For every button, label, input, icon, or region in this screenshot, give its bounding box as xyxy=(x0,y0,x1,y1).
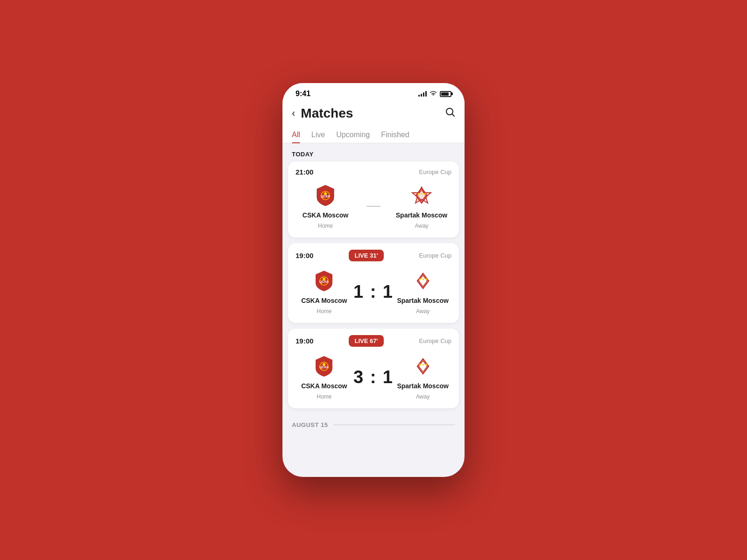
svg-text:ЦСКА: ЦСКА xyxy=(321,195,330,198)
away-type-2: Away xyxy=(416,308,430,315)
match-teams-3: ЦСКА CSKA Moscow Home 3 : 1 xyxy=(296,354,451,400)
away-type-3: Away xyxy=(416,393,430,400)
away-logo-1: ★★★ xyxy=(409,183,434,208)
match-card-1[interactable]: 21:00 Europe Cup xyxy=(288,161,459,238)
score-text-2: 1 : 1 xyxy=(353,282,394,302)
home-name-2: CSKA Moscow xyxy=(301,297,347,304)
score-area-1 xyxy=(357,206,390,207)
live-badge-2: LIVE 31' xyxy=(349,250,383,261)
tab-live[interactable]: Live xyxy=(311,127,325,143)
home-logo-3: ЦСКА xyxy=(312,354,336,378)
status-time: 9:41 xyxy=(296,90,310,98)
match-teams-1: ЦСКА CSKA Moscow Home xyxy=(296,183,451,229)
home-team-3: ЦСКА CSKA Moscow Home xyxy=(296,354,352,400)
svg-text:★★★: ★★★ xyxy=(417,192,427,196)
match-time-3: 19:00 xyxy=(296,337,313,345)
away-name-3: Spartak Moscow xyxy=(397,382,448,390)
svg-point-12 xyxy=(323,278,325,280)
content-area: TODAY 21:00 Europe Cup xyxy=(282,143,465,477)
match-competition-3: Europe Cup xyxy=(419,337,451,344)
away-name-1: Spartak Moscow xyxy=(396,211,447,219)
home-type-1: Home xyxy=(318,223,333,229)
svg-point-5 xyxy=(324,192,327,195)
tab-all[interactable]: All xyxy=(292,127,300,143)
phone-frame: 9:41 ‹ Matches xyxy=(282,83,465,477)
match-header-3: 19:00 LIVE 67' Europe Cup xyxy=(296,335,451,347)
away-team-3: ★★★ Spartak Moscow Away xyxy=(395,354,451,400)
svg-text:ЦСКА: ЦСКА xyxy=(320,280,329,284)
home-type-3: Home xyxy=(317,393,331,400)
match-teams-2: ЦСКА CSKA Moscow Home 1 : 1 xyxy=(296,269,451,315)
home-team-2: ЦСКА CSKA Moscow Home xyxy=(296,269,352,315)
score-area-3: 3 : 1 xyxy=(353,367,394,387)
away-team-2: ★★★ Spartak Moscow Away xyxy=(395,269,451,315)
match-time-1: 21:00 xyxy=(296,168,313,176)
svg-text:★★★: ★★★ xyxy=(418,277,428,281)
match-competition-1: Europe Cup xyxy=(419,168,451,175)
wifi-icon xyxy=(430,91,437,98)
match-competition-2: Europe Cup xyxy=(419,252,451,259)
page-header: ‹ Matches xyxy=(282,102,465,121)
section-august15: AUGUST 15 xyxy=(282,414,465,432)
svg-line-1 xyxy=(452,114,455,117)
svg-text:★★★: ★★★ xyxy=(418,363,428,367)
home-logo-2: ЦСКА xyxy=(312,269,336,293)
battery-icon xyxy=(440,91,451,97)
svg-text:ЦСКА: ЦСКА xyxy=(320,365,329,369)
signal-icon xyxy=(418,91,427,97)
match-time-2: 19:00 xyxy=(296,252,313,259)
tab-upcoming[interactable]: Upcoming xyxy=(336,127,370,143)
page-title: Matches xyxy=(301,106,353,121)
home-type-2: Home xyxy=(317,308,331,315)
status-bar: 9:41 xyxy=(282,83,465,102)
score-dash-1 xyxy=(366,206,381,207)
match-header-1: 21:00 Europe Cup xyxy=(296,168,451,176)
away-logo-2: ★★★ xyxy=(411,269,435,293)
score-area-2: 1 : 1 xyxy=(353,282,394,302)
score-text-3: 3 : 1 xyxy=(353,367,394,387)
home-logo-1: ЦСКА xyxy=(313,183,338,208)
home-name-3: CSKA Moscow xyxy=(301,382,347,390)
away-name-2: Spartak Moscow xyxy=(397,297,448,304)
live-badge-3: LIVE 67' xyxy=(349,335,383,347)
tab-finished[interactable]: Finished xyxy=(381,127,409,143)
home-team-1: ЦСКА CSKA Moscow Home xyxy=(297,183,353,229)
match-card-3[interactable]: 19:00 LIVE 67' Europe Cup ЦСКА xyxy=(288,329,459,408)
svg-point-17 xyxy=(323,363,325,366)
match-header-2: 19:00 LIVE 31' Europe Cup xyxy=(296,250,451,261)
away-team-1: ★★★ Spartak Moscow Away xyxy=(394,183,450,229)
section-today: TODAY xyxy=(282,143,465,161)
away-logo-3: ★★★ xyxy=(411,354,435,378)
away-type-1: Away xyxy=(415,223,428,229)
tabs-bar: All Live Upcoming Finished xyxy=(282,121,465,143)
status-icons xyxy=(418,91,451,98)
home-name-1: CSKA Moscow xyxy=(303,211,348,219)
back-button[interactable]: ‹ xyxy=(292,105,299,121)
search-button[interactable] xyxy=(445,107,455,120)
match-card-2[interactable]: 19:00 LIVE 31' Europe Cup ЦСКА xyxy=(288,243,459,323)
